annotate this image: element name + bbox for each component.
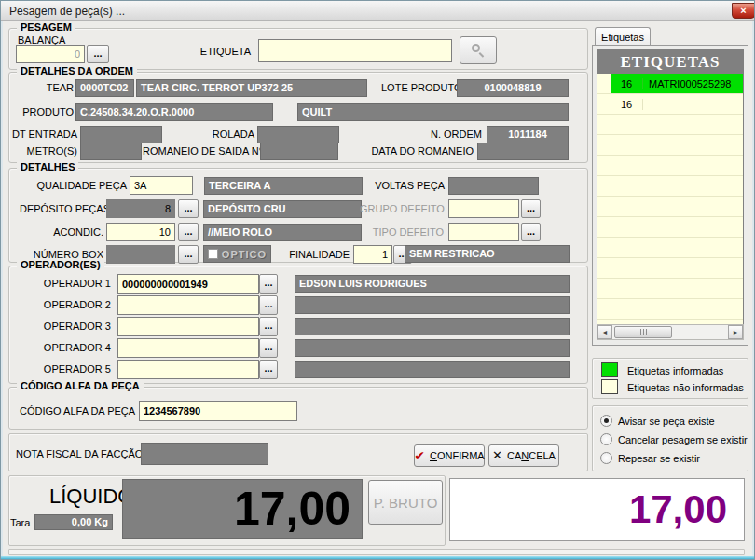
- deposito-desc-display: DEPÓSITO CRU: [203, 200, 362, 218]
- row-gutter: [597, 74, 611, 93]
- tipo-defeito-input[interactable]: [448, 223, 519, 241]
- window-title: Pesagem de peça(s) ...: [9, 5, 125, 18]
- nota-fiscal-display: [141, 443, 268, 465]
- operador-3-name-display: [295, 318, 570, 335]
- grupo-defeito-browse-button[interactable]: ...: [521, 199, 541, 218]
- operador-5-input[interactable]: [117, 360, 259, 379]
- etiqueta-row-1[interactable]: 16MATRI000525298: [597, 74, 743, 94]
- balanca-browse-button[interactable]: ...: [87, 45, 109, 63]
- voltas-label: VOLTAS PEÇA: [370, 180, 445, 192]
- nota-fiscal-label: NOTA FISCAL DA FACÇÃO: [16, 448, 137, 460]
- numero-box-input[interactable]: [106, 245, 175, 264]
- data-romaneio-display: [477, 143, 569, 160]
- radio-repesar[interactable]: [600, 452, 612, 464]
- radio-cancelar[interactable]: [600, 433, 612, 445]
- legend-yellow-swatch: [601, 379, 618, 394]
- operador-2-label: OPERADOR 2: [29, 299, 111, 311]
- romaneio-label: ROMANEIO DE SAIDA N°: [143, 145, 257, 157]
- pesagem-window: Pesagem de peça(s) ... × PESAGEM BALANÇA…: [0, 0, 755, 560]
- weight-display: 17,00: [449, 478, 745, 541]
- deposito-input[interactable]: [106, 199, 175, 218]
- numero-box-browse-button[interactable]: ...: [178, 245, 199, 264]
- acondic-input[interactable]: [106, 223, 175, 241]
- tipo-defeito-browse-button[interactable]: ...: [521, 223, 541, 241]
- etiqueta-search-button[interactable]: [460, 36, 497, 64]
- cancela-button[interactable]: ✕ CANCELA: [488, 444, 559, 467]
- operador-5-label: OPERADOR 5: [29, 363, 111, 376]
- radio-avisar-label: Avisar se peça existe: [618, 416, 715, 428]
- tab-etiquetas[interactable]: Etiquetas: [595, 27, 651, 46]
- grid-hscrollbar[interactable]: ◄ ►: [597, 324, 744, 340]
- radio-avisar[interactable]: [600, 415, 612, 427]
- etiqueta-label: ETIQUETA: [187, 46, 251, 58]
- tipo-defeito-label: TIPO DEFEITO: [360, 226, 444, 239]
- check-icon: ✔: [414, 451, 425, 460]
- operador-1-label: OPERADOR 1: [29, 278, 111, 290]
- deposito-label: DEPÓSITO PEÇAS: [20, 203, 103, 215]
- finalidade-desc-display: SEM RESTRICAO: [405, 245, 570, 263]
- operador-1-input[interactable]: [117, 274, 259, 294]
- close-button[interactable]: ×: [732, 3, 755, 19]
- title-bar[interactable]: Pesagem de peça(s) ... ×: [1, 1, 754, 21]
- dt-entrada-display: [80, 126, 162, 143]
- data-romaneio-label: DATA DO ROMANEIO: [364, 145, 474, 157]
- qualidade-label: QUALIDADE PEÇA: [20, 180, 127, 192]
- operador-3-label: OPERADOR 3: [29, 321, 111, 333]
- row-gutter: [597, 94, 611, 114]
- finalidade-input[interactable]: [353, 245, 392, 264]
- n-ordem-display: 1011184: [487, 126, 569, 143]
- operador-3-browse-button[interactable]: ...: [259, 317, 278, 336]
- tara-label: Tara: [10, 517, 30, 529]
- etiqueta-input[interactable]: [258, 39, 452, 62]
- produto-code-display: C.24508.34.20.O.R.0000: [76, 103, 273, 121]
- legend-green-swatch: [601, 362, 618, 377]
- search-icon: [471, 43, 486, 58]
- lote-produto-display: 0100048819: [457, 79, 569, 97]
- scrollbar-thumb[interactable]: [614, 326, 672, 338]
- confirma-button[interactable]: ✔ CONFIRMA: [414, 444, 485, 467]
- voltas-display: [448, 177, 539, 195]
- scroll-left-arrow-icon[interactable]: ◄: [597, 325, 612, 339]
- scroll-right-arrow-icon[interactable]: ►: [728, 325, 743, 339]
- rolada-label: ROLADA: [199, 129, 254, 141]
- bruto-button-label: P. BRUTO: [374, 495, 438, 511]
- legend-nao-informadas-label: Etiquetas não informadas: [627, 382, 744, 394]
- etiquetas-grid[interactable]: ETIQUETAS 16MATRI000525298 16: [597, 49, 744, 340]
- confirma-button-label: CONFIRMA: [430, 450, 485, 461]
- codigo-alfa-input[interactable]: [139, 401, 297, 421]
- bruto-button[interactable]: P. BRUTO: [368, 480, 443, 525]
- radio-repesar-label: Repesar se existir: [618, 453, 700, 465]
- group-codigo-alfa-caption: CÓDIGO ALFA DA PEÇA: [17, 380, 144, 391]
- window-bottom-border: [1, 556, 754, 559]
- codigo-alfa-label: CÓDIGO ALFA DA PEÇA: [20, 405, 133, 417]
- tear-label: TEAR: [27, 82, 74, 94]
- x-icon: ✕: [492, 451, 502, 460]
- acondic-desc-display: //MEIO ROLO: [203, 224, 362, 241]
- etiqueta-row-1-num: 16: [611, 78, 643, 89]
- qualidade-input[interactable]: [130, 176, 193, 195]
- acondic-label: ACONDIC.: [20, 226, 103, 239]
- operador-5-browse-button[interactable]: ...: [259, 360, 278, 379]
- operador-4-label: OPERADOR 4: [29, 342, 111, 354]
- optico-label: OPTICO: [222, 249, 267, 260]
- operador-3-input[interactable]: [117, 317, 259, 336]
- etiqueta-row-2-num: 16: [611, 99, 643, 110]
- finalidade-label: FINALIDADE: [277, 249, 350, 261]
- cancela-button-label: CANCELA: [507, 450, 556, 461]
- operador-4-browse-button[interactable]: ...: [259, 338, 278, 358]
- grupo-defeito-input[interactable]: [448, 199, 519, 218]
- operador-1-browse-button[interactable]: ...: [259, 274, 278, 294]
- optico-checkbox[interactable]: OPTICO: [203, 245, 271, 263]
- operador-4-input[interactable]: [117, 338, 259, 358]
- etiquetas-grid-header: ETIQUETAS: [597, 50, 743, 74]
- balanca-input[interactable]: [16, 45, 85, 63]
- metros-display: [80, 143, 142, 160]
- operador-5-name-display: [295, 361, 570, 378]
- operador-2-browse-button[interactable]: ...: [259, 295, 278, 315]
- operador-2-input[interactable]: [117, 295, 259, 315]
- etiqueta-row-2[interactable]: 16: [597, 94, 743, 115]
- produto-desc-display: QUILT: [297, 103, 569, 121]
- close-icon: ×: [740, 6, 746, 16]
- deposito-browse-button[interactable]: ...: [178, 199, 199, 218]
- acondic-browse-button[interactable]: ...: [178, 223, 199, 241]
